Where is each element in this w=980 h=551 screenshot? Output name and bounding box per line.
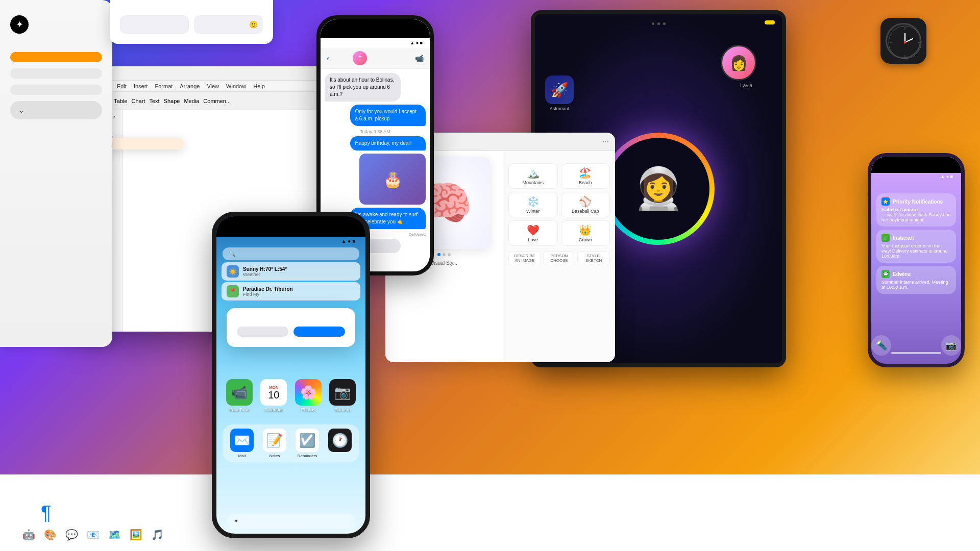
- camera-icon[interactable]: 📷 Camera: [327, 379, 359, 412]
- clock-dock-icon[interactable]: 🕐: [325, 429, 355, 458]
- suggestion-beach[interactable]: 🏖️Beach: [561, 163, 610, 189]
- video-call-icon[interactable]: 📹: [415, 54, 424, 62]
- app-grid: 📹 FaceTime MON 10 Calendar 🌸 Photos 📷 Ca…: [224, 379, 358, 416]
- toolbar-comment[interactable]: Commen...: [203, 98, 231, 104]
- toolbar-chart[interactable]: Chart: [131, 98, 145, 104]
- dock-chatgpt[interactable]: 🤖: [19, 525, 38, 544]
- dock-messages[interactable]: 💬: [62, 525, 81, 544]
- lock-dynamic-island: [898, 160, 934, 170]
- smart-reply-yes[interactable]: [120, 15, 189, 34]
- rewrite-panel: ✏️: [102, 138, 184, 149]
- suggestion-crown[interactable]: 👑Crown: [561, 220, 610, 246]
- iphone-main-statusbar: ▲ ● ■: [216, 237, 365, 245]
- lock-screen-info: [871, 180, 961, 189]
- include-button[interactable]: [10, 85, 102, 95]
- smart-reply-no[interactable]: 🙂: [194, 15, 263, 34]
- lock-notif-1[interactable]: ⭐ Priority Notifications Isabella Lamarr…: [876, 193, 956, 227]
- siri-bar[interactable]: ✦: [227, 514, 355, 529]
- notes-dock-icon[interactable]: 📝 Notes: [259, 429, 290, 458]
- lock-notifications: ⭐ Priority Notifications Isabella Lamarr…: [876, 193, 956, 294]
- suggestion-chips: 🏔️Mountains 🏖️Beach ❄️Winter ⚾Baseball C…: [508, 163, 610, 246]
- chatgpt-logo-icon: ✦: [10, 15, 29, 34]
- notif-sender-1: Isabella Lamarre: [881, 207, 951, 212]
- svg-point-3: [904, 41, 906, 44]
- window-titlebar: [71, 66, 347, 81]
- iphone-main-dynamic-island: [268, 220, 314, 233]
- chatgpt-sidebar: ✦ ⌄: [0, 0, 112, 347]
- ipad-create-button[interactable]: [765, 20, 775, 24]
- image-suggestions: 🏔️Mountains 🏖️Beach ❄️Winter ⚾Baseball C…: [503, 151, 615, 362]
- suggestion-love[interactable]: ❤️Love: [508, 220, 558, 246]
- style-sketch[interactable]: STYLE: SKETCH: [577, 251, 610, 265]
- reminders-dock-icon[interactable]: ☑️ Reminders: [292, 429, 323, 458]
- style-person[interactable]: PERSON CHOOSE: [543, 251, 576, 265]
- instacart-icon: 🛒: [881, 234, 890, 242]
- status-icons: ▲ ● ■: [410, 40, 423, 45]
- notif-text-2: Your Instacart order is on the way! Deli…: [881, 243, 951, 259]
- astronaut-icon[interactable]: 🚀 Astronaut: [545, 76, 574, 111]
- toolbar-table[interactable]: Table: [114, 98, 127, 104]
- add-photo-button[interactable]: [10, 68, 102, 79]
- messages-header: ‹ T 📹: [321, 48, 430, 69]
- spotlight-result-weather[interactable]: ☀️ Sunny H:70° L:54° Weather: [222, 262, 360, 281]
- dock-art[interactable]: 🎨: [41, 525, 59, 544]
- iphone-main-notch: [216, 216, 365, 237]
- menu-view[interactable]: View: [207, 83, 219, 89]
- dock-music[interactable]: 🎵: [148, 525, 166, 544]
- chatgpt-cancel-button[interactable]: [237, 327, 288, 337]
- facetime-icon[interactable]: 📹 FaceTime: [224, 379, 255, 412]
- mail-dock-icon[interactable]: ✉️ Mail: [227, 429, 257, 458]
- iphone-main: ▲ ● ■ 🔍 ☀️ Sunny H:70° L:54° Weather 📍 P…: [212, 212, 370, 538]
- spotlight-search[interactable]: 🔍: [223, 247, 359, 260]
- chatgpt-logo-row: ✦: [10, 15, 102, 34]
- suggestion-mountains[interactable]: 🏔️Mountains: [508, 163, 558, 189]
- calendar-icon[interactable]: MON 10 Calendar: [258, 379, 290, 412]
- back-button[interactable]: ‹: [327, 54, 329, 62]
- ipad-app-icons: 🚀 Astronaut: [545, 76, 574, 111]
- lock-status-icons: ▲ ● ■: [940, 174, 953, 179]
- spotlight-result-location[interactable]: 📍 Paradise Dr. Tiburon Find My: [222, 282, 360, 300]
- more-options-icon[interactable]: ···: [602, 137, 609, 146]
- edwina-label: Edwina: [893, 271, 911, 277]
- iphone-lock: ▲ ● ■ ⭐ Priority Notifications Isabella …: [868, 153, 965, 367]
- menu-bar: Pages File Edit Insert Format Arrange Vi…: [71, 81, 347, 92]
- weather-category: Weather: [243, 272, 287, 277]
- suggestion-winter[interactable]: ❄️Winter: [508, 192, 558, 217]
- dock-maps[interactable]: 🗺️: [105, 525, 124, 544]
- more-button[interactable]: ⌄: [10, 101, 102, 119]
- chatgpt-confirm-button[interactable]: [293, 327, 345, 337]
- dock-mail[interactable]: 📧: [84, 525, 102, 544]
- smart-reply-dialog: 🙂: [110, 0, 273, 44]
- lock-notif-2[interactable]: 🛒 Instacart Your Instacart order is on t…: [876, 230, 956, 263]
- weather-label: Sunny H:70° L:54°: [243, 266, 287, 272]
- main-status-icons: ▲ ● ■: [341, 238, 355, 244]
- rewrite-panel-header: ✏️: [102, 138, 184, 149]
- menu-insert[interactable]: Insert: [134, 83, 148, 89]
- menu-help[interactable]: Help: [253, 83, 265, 89]
- toolbar-media[interactable]: Media: [184, 98, 199, 104]
- flashlight-button[interactable]: 🔦: [871, 335, 891, 356]
- app-dock-row2: ✉️ Mail 📝 Notes ☑️ Reminders 🕐: [223, 424, 359, 462]
- menu-arrange[interactable]: Arrange: [180, 83, 200, 89]
- add-macro-button[interactable]: [10, 52, 102, 62]
- message-3: Happy birthday, my dear!: [350, 136, 426, 151]
- style-chips: DESCRIBE AN IMAGE PERSON CHOOSE STYLE: S…: [508, 251, 610, 265]
- spotlight-results: ☀️ Sunny H:70° L:54° Weather 📍 Paradise …: [222, 262, 360, 300]
- menu-format[interactable]: Format: [155, 83, 173, 89]
- suggestion-baseballcap[interactable]: ⚾Baseball Cap: [561, 192, 610, 217]
- menu-window[interactable]: Window: [226, 83, 246, 89]
- clock-app-icon[interactable]: [880, 18, 926, 64]
- photos-icon[interactable]: 🌸 Photos: [292, 379, 324, 412]
- chevron-down-icon: ⌄: [18, 106, 24, 114]
- article-title: [131, 118, 339, 131]
- style-describe[interactable]: DESCRIBE AN IMAGE: [508, 251, 541, 265]
- location-category: Find My: [243, 292, 293, 297]
- home-indicator: [891, 352, 941, 354]
- dock-photos[interactable]: 🖼️: [127, 525, 145, 544]
- camera-lock-button[interactable]: 📷: [941, 335, 961, 356]
- toolbar-text[interactable]: Text: [149, 98, 159, 104]
- toolbar-shape[interactable]: Shape: [164, 98, 180, 104]
- lock-notif-3[interactable]: 💬 Edwina Summer interns arrived. Meeting…: [876, 266, 956, 294]
- lock-bottom-controls: 🔦 📷: [871, 335, 961, 356]
- menu-edit[interactable]: Edit: [117, 83, 127, 89]
